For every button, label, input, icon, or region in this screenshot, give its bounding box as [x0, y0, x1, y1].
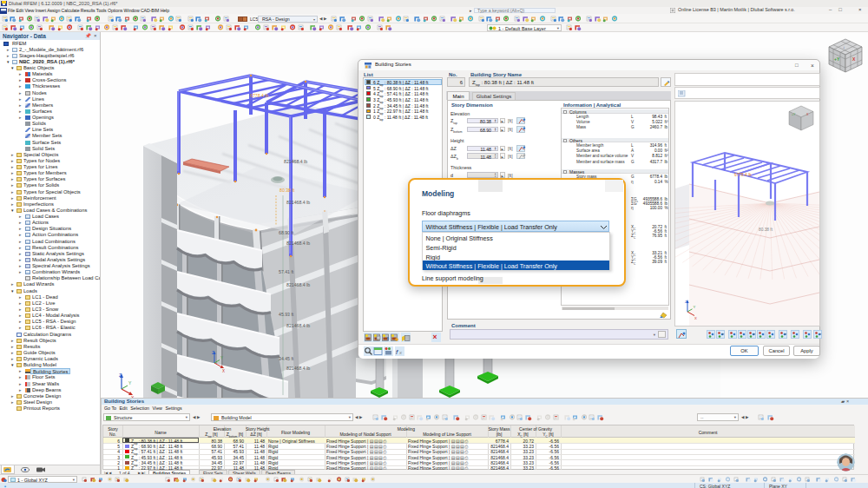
svg-text:↓: ↓	[843, 45, 845, 49]
svg-text:Y: Y	[220, 356, 223, 360]
svg-text:6778.4 lb: 6778.4 lb	[250, 93, 268, 98]
svg-text:821468.4 lb: 821468.4 lb	[286, 200, 310, 205]
svg-text:68.90 ft: 68.90 ft	[279, 230, 294, 235]
svg-text:821468.4 lb: 821468.4 lb	[286, 282, 310, 287]
svg-text:f: f	[396, 348, 398, 356]
svg-text:80.38 ft: 80.38 ft	[279, 188, 295, 193]
svg-text:X: X	[694, 316, 697, 320]
svg-text:Y: Y	[694, 305, 696, 309]
svg-text:x: x	[398, 350, 403, 355]
svg-text:Z: Z	[119, 373, 122, 378]
svg-text:6778.4 lb: 6778.4 lb	[734, 173, 752, 177]
svg-text:80.38 ft: 80.38 ft	[759, 228, 773, 232]
svg-text:821468.4 lb: 821468.4 lb	[284, 159, 307, 164]
svg-text:Y: Y	[128, 380, 132, 386]
svg-text:57.41 ft: 57.41 ft	[279, 269, 294, 274]
svg-text:X: X	[222, 369, 225, 373]
svg-text:821468.4 lb: 821468.4 lb	[286, 241, 310, 246]
svg-text:821468.4 lb: 821468.4 lb	[286, 323, 310, 328]
svg-text:821468.4 lb: 821468.4 lb	[286, 366, 310, 371]
svg-text:34.45 ft: 34.45 ft	[279, 356, 294, 361]
svg-text:Z: Z	[685, 300, 687, 304]
svg-text:45.93 ft: 45.93 ft	[279, 312, 294, 317]
svg-text:+Y: +Y	[792, 113, 796, 116]
svg-text:+Y: +Y	[834, 56, 840, 62]
svg-text:Z: Z	[212, 351, 214, 355]
